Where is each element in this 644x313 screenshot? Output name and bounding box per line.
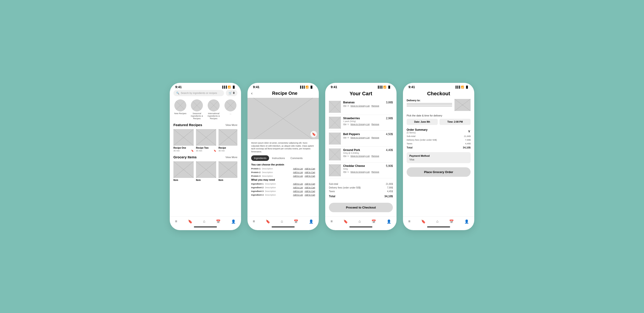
bottom-nav-3: ≡ 🔖 ⌂ 📅 👤: [325, 216, 396, 225]
wifi-icon: 📶: [228, 86, 231, 89]
tab-instructions[interactable]: Instructions: [269, 155, 288, 161]
ingredient-3-add-list[interactable]: Add to List: [293, 190, 303, 192]
nav-list-1[interactable]: ≡: [174, 218, 178, 225]
category-item-seasonal[interactable]: Seasonal Ingredients & Recipes: [190, 99, 204, 120]
cart-item-name-cheddar: Cheddar Cheese: [343, 164, 384, 168]
protein-1-add-list[interactable]: Add to List: [293, 168, 303, 170]
protein-2-add-list[interactable]: Add to List: [293, 171, 303, 174]
status-bar-2: 9:41 ▐▐▐ 📶 ▐▌: [248, 83, 319, 90]
date-picker-button[interactable]: Date: June 8th: [407, 119, 438, 125]
nav-profile-1[interactable]: 👤: [230, 218, 237, 225]
cart-price-groundpork: 4,40$: [386, 148, 393, 152]
recipe-card-2[interactable]: Recipe Two 45 min 🔖: [196, 129, 216, 152]
ingredient-4-add-list[interactable]: Add to List: [293, 194, 303, 196]
nav-calendar-3[interactable]: 📅: [370, 218, 377, 225]
category-label-seasonal: Seasonal Ingredients & Recipes: [190, 112, 204, 120]
nav-profile-4[interactable]: 👤: [464, 218, 470, 225]
move-to-list-cheddar[interactable]: Move to Grocery List: [350, 171, 370, 173]
recipe-time-1: 35 min: [174, 150, 180, 152]
protein-3-name: Protein 3 Description: [251, 175, 273, 177]
nav-bookmark-4[interactable]: 🔖: [420, 218, 427, 225]
nav-bookmark-1[interactable]: 🔖: [187, 218, 194, 225]
nav-list-2[interactable]: ≡: [252, 218, 256, 225]
category-item-new[interactable]: New Recipes: [174, 99, 187, 120]
remove-strawberries[interactable]: Remove: [372, 123, 379, 125]
nav-profile-2[interactable]: 👤: [308, 218, 314, 225]
move-to-list-groundpork[interactable]: Move to Grocery List: [350, 155, 370, 157]
protein-group-title: You can choose the protein: [251, 163, 315, 166]
protein-2-add-cart[interactable]: Add to Cart: [304, 171, 315, 174]
item-card-1[interactable]: Item: [174, 161, 194, 181]
remove-cheddar[interactable]: Remove: [372, 171, 379, 173]
cart-item-info-bananas: Bananas Qty: 4 Move to Grocery List Remo…: [343, 101, 384, 107]
nav-calendar-1[interactable]: 📅: [215, 218, 222, 225]
cart-button[interactable]: 🛒 0: [226, 90, 237, 96]
nav-home-4[interactable]: ⌂: [436, 218, 440, 225]
category-item-international[interactable]: International Ingredients & Recipes: [206, 99, 221, 120]
search-input[interactable]: 🔍 Search by ingredients or recipes: [174, 90, 224, 96]
recipe-card-3[interactable]: Recipe 30 min: [218, 129, 237, 152]
remove-bananas[interactable]: Remove: [372, 105, 379, 107]
ingredient-2-add-cart[interactable]: Add to Cart: [304, 186, 315, 189]
cart-item-actions-cheddar: Qty: 1 Move to Grocery List Remove: [343, 171, 384, 173]
category-img-international: [208, 99, 220, 111]
item-card-2[interactable]: Item: [196, 161, 216, 181]
ingredient-2-add-list[interactable]: Add to List: [293, 186, 303, 189]
protein-3-add-cart[interactable]: Add to Cart: [304, 175, 315, 177]
grocery-section-header: Grocery Items View More: [174, 155, 237, 159]
delivery-label: Delivery to:: [407, 99, 452, 102]
nav-bookmark-3[interactable]: 🔖: [342, 218, 349, 225]
nav-list-4[interactable]: ≡: [407, 218, 411, 225]
order-summary-header[interactable]: Order Summary (5 Items) ∨: [407, 128, 470, 134]
place-order-button[interactable]: Place Grocery Order: [407, 167, 470, 177]
tab-ingredients[interactable]: Ingredients: [251, 155, 269, 161]
cart-item-img-bananas: [329, 101, 341, 113]
checkout-title: Checkout: [403, 90, 474, 99]
protein-row-3: Protein 3 Description Add to List Add to…: [251, 175, 315, 177]
time-picker-button[interactable]: Time: 2:00 PM: [440, 119, 470, 125]
protein-3-add-list[interactable]: Add to List: [293, 175, 303, 177]
cart-qty-cheddar: Qty: 1: [343, 171, 349, 173]
ingredient-3-add-cart[interactable]: Add to Cart: [304, 190, 315, 192]
move-to-list-bellpeppers[interactable]: Move to Grocery List: [350, 136, 370, 139]
pick-delivery-label: Pick the date & time for delivery: [407, 114, 470, 117]
proceed-checkout-button[interactable]: Proceed to Checkout: [329, 203, 393, 212]
tab-comments[interactable]: Comments: [288, 155, 306, 161]
move-to-list-strawberries[interactable]: Move to Grocery List: [350, 123, 370, 125]
cart-item-sub-cheddar: 500g: [343, 168, 384, 170]
category-item-more[interactable]: ...: [224, 99, 237, 120]
bottom-nav-4: ≡ 🔖 ⌂ 📅 👤: [403, 216, 474, 225]
save-recipe-button[interactable]: 🔖: [310, 131, 317, 137]
move-to-list-bananas[interactable]: Move to Grocery List: [350, 105, 370, 107]
status-bar-3: 9:41 ▐▐▐ 📶 ▐▌: [325, 83, 396, 90]
ingredient-4-add-cart[interactable]: Add to Cart: [304, 194, 315, 196]
grocery-view-more[interactable]: View More: [226, 156, 237, 159]
nav-home-3[interactable]: ⌂: [358, 218, 362, 225]
protein-row-2: Protein 2 Description Add to List Add to…: [251, 171, 315, 174]
remove-bellpeppers[interactable]: Remove: [372, 136, 379, 139]
protein-1-add-cart[interactable]: Add to Cart: [304, 168, 315, 170]
ingredient-1-add-cart[interactable]: Add to Cart: [304, 183, 315, 185]
checkout-delivery-row: Delivery fees (order under 50$) 7,99$: [407, 138, 470, 142]
cart-price-cheddar: 5,90$: [386, 164, 393, 168]
nav-bookmark-2[interactable]: 🔖: [265, 218, 271, 225]
nav-profile-3[interactable]: 👤: [386, 218, 392, 225]
status-icons-2: ▐▐▐ 📶 ▐▌: [299, 86, 313, 89]
nav-list-3[interactable]: ≡: [330, 218, 334, 225]
ingredient-1-add-list[interactable]: Add to List: [293, 183, 303, 185]
cart-count: 0: [233, 91, 234, 95]
featured-view-more[interactable]: View More: [226, 124, 237, 126]
item-card-3[interactable]: Item: [218, 161, 237, 181]
cart-item-info-bellpeppers: Bell Peppers Qty: 4 Move to Grocery List…: [343, 133, 384, 139]
nav-home-1[interactable]: ⌂: [202, 218, 206, 225]
remove-groundpork[interactable]: Remove: [372, 155, 379, 157]
category-img-new: [174, 99, 186, 111]
battery-icon: ▐▌: [232, 86, 236, 88]
back-button[interactable]: ‹: [251, 91, 252, 96]
recipe-card-1[interactable]: Recipe One 35 min 🔖: [174, 129, 194, 152]
nav-home-2[interactable]: ⌂: [280, 218, 284, 225]
cart-item-groundpork: Ground Pork 500g @ 8,80$/kg Qty: 1 Move …: [329, 147, 393, 162]
nav-calendar-4[interactable]: 📅: [448, 218, 455, 225]
ingredient-4-actions: Add to List Add to Cart: [293, 194, 315, 196]
nav-calendar-2[interactable]: 📅: [293, 218, 299, 225]
